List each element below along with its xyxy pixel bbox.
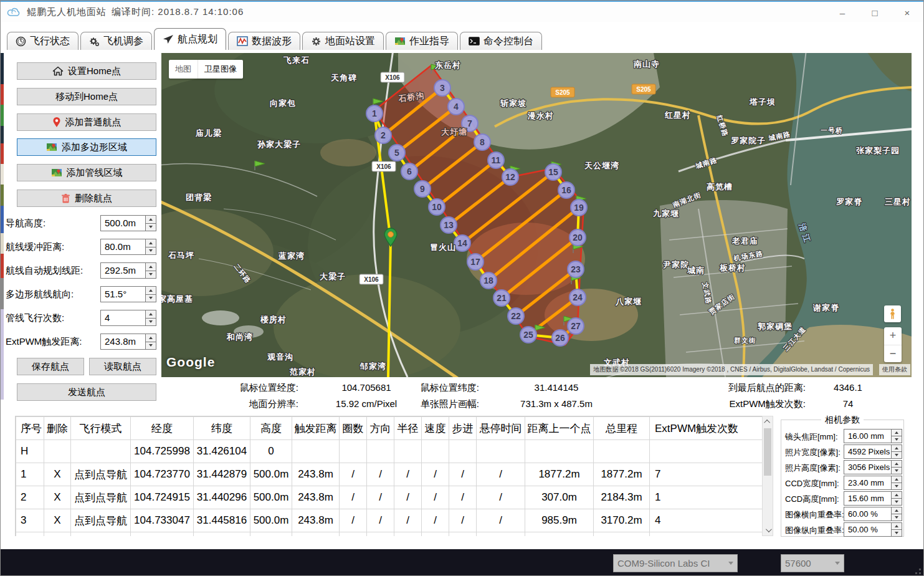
move-to-home-button[interactable]: 移动到Home点 xyxy=(17,88,156,105)
spin-up-button[interactable] xyxy=(146,287,156,294)
read-waypoints-button[interactable]: 读取航点 xyxy=(89,358,156,375)
spin-down-button[interactable] xyxy=(146,294,156,302)
waypoint-marker[interactable]: 2 xyxy=(375,127,391,143)
zoom-in-button[interactable]: + xyxy=(884,327,902,345)
waypoint-marker[interactable]: 1 xyxy=(366,105,383,122)
camera-spinbox-1[interactable]: 4592 Pixels xyxy=(844,444,902,459)
spin-down-button[interactable] xyxy=(892,467,902,474)
baud-rate-select[interactable]: 57600 xyxy=(781,554,844,572)
waypoint-marker[interactable]: 18 xyxy=(480,272,497,289)
com-port-select[interactable]: COM9-Silicon Labs CI xyxy=(613,554,738,572)
set-home-button[interactable]: 设置Home点 xyxy=(17,62,156,80)
tab-flight-status[interactable]: 飞行状态 xyxy=(7,32,79,50)
tab-data-waveform[interactable]: 数据波形 xyxy=(228,32,300,50)
spin-up-button[interactable] xyxy=(146,334,156,342)
spin-up-button[interactable] xyxy=(892,461,902,467)
camera-spinbox-3[interactable]: 23.40 mm xyxy=(844,476,902,490)
spinbox-0[interactable]: 500.0m xyxy=(100,215,156,231)
delete-row-button[interactable]: X xyxy=(44,486,71,509)
spin-up-button[interactable] xyxy=(892,507,902,514)
waypoint-marker[interactable]: 21 xyxy=(493,290,510,306)
waypoint-marker[interactable]: 4 xyxy=(448,98,464,115)
delete-row-button[interactable]: X xyxy=(44,463,71,486)
waypoint-marker[interactable]: 23 xyxy=(568,261,584,277)
spin-up-button[interactable] xyxy=(892,445,902,451)
waypoint-marker[interactable]: 19 xyxy=(571,199,587,216)
waypoint-marker[interactable]: 10 xyxy=(429,199,445,215)
waypoint-marker[interactable]: 15 xyxy=(545,164,561,180)
tab-command-console[interactable]: 命令控制台 xyxy=(460,32,542,50)
spin-down-button[interactable] xyxy=(892,482,902,489)
spin-down-button[interactable] xyxy=(146,318,156,326)
waypoint-marker[interactable]: 20 xyxy=(569,229,586,246)
zoom-out-button[interactable]: − xyxy=(884,345,902,363)
add-pipeline-area-button[interactable]: 添加管线区域 xyxy=(17,164,156,181)
pegman-control[interactable] xyxy=(884,305,901,322)
waypoint-marker[interactable]: 26 xyxy=(552,330,568,346)
spin-down-button[interactable] xyxy=(146,247,156,255)
spin-up-button[interactable] xyxy=(892,476,902,482)
waypoint-marker[interactable]: 27 xyxy=(568,318,584,334)
table-scrollbar[interactable] xyxy=(762,416,773,536)
delete-row-button[interactable]: X xyxy=(44,509,71,532)
waypoint-marker[interactable]: 13 xyxy=(441,217,457,233)
spin-up-button[interactable] xyxy=(146,310,156,318)
spin-up-button[interactable] xyxy=(892,430,902,436)
camera-spinbox-0[interactable]: 16.00 mm xyxy=(844,429,902,443)
terms-of-use-link[interactable]: 使用条款 xyxy=(879,364,910,375)
save-waypoints-button[interactable]: 保存航点 xyxy=(17,358,84,375)
spin-down-button[interactable] xyxy=(146,271,156,279)
add-waypoint-button[interactable]: 添加普通航点 xyxy=(17,113,156,131)
camera-spinbox-5[interactable]: 60.00 % xyxy=(844,507,902,521)
spin-down-button[interactable] xyxy=(146,342,156,350)
spin-up-button[interactable] xyxy=(892,492,902,498)
waypoint-marker[interactable]: 25 xyxy=(520,327,536,343)
waypoint-marker[interactable]: 9 xyxy=(414,181,431,197)
camera-spinbox-6[interactable]: 50.00 % xyxy=(844,522,902,537)
tab-gcs-settings[interactable]: 地面站设置 xyxy=(302,32,384,50)
spin-up-button[interactable] xyxy=(146,239,156,247)
waypoint-marker[interactable]: 5 xyxy=(389,145,405,161)
waypoint-marker[interactable]: 3 xyxy=(434,80,450,96)
waypoint-marker[interactable]: 16 xyxy=(558,182,574,198)
spin-down-button[interactable] xyxy=(892,451,902,458)
camera-spinbox-2[interactable]: 3056 Pixels xyxy=(844,460,902,474)
spin-down-button[interactable] xyxy=(892,498,902,505)
waypoint-marker[interactable]: 6 xyxy=(401,163,417,180)
spin-up-button[interactable] xyxy=(146,216,156,223)
tab-job-guide[interactable]: 作业指导 xyxy=(386,32,458,50)
waypoint-marker[interactable]: 17 xyxy=(467,254,483,270)
spinbox-3[interactable]: 51.5° xyxy=(100,286,156,302)
maximize-button[interactable]: □ xyxy=(859,2,891,23)
resize-grip[interactable] xyxy=(912,565,921,574)
spinbox-4[interactable]: 4 xyxy=(100,310,156,326)
satellite-view-button[interactable]: 卫星图像 xyxy=(198,60,243,79)
scroll-up-button[interactable] xyxy=(763,416,773,427)
tab-waypoint-planning[interactable]: 航点规划 xyxy=(154,28,226,50)
scrollbar-thumb[interactable] xyxy=(764,428,771,476)
map-view-button[interactable]: 地图 xyxy=(169,60,198,79)
spin-down-button[interactable] xyxy=(892,514,902,521)
delete-waypoint-button[interactable]: 删除航点 xyxy=(17,190,156,207)
spinbox-1[interactable]: 80.0m xyxy=(100,239,156,255)
delete-row-button[interactable]: X xyxy=(44,532,71,537)
add-polygon-area-button[interactable]: 添加多边形区域 xyxy=(17,138,156,156)
waypoint-marker[interactable]: 8 xyxy=(474,134,490,150)
spin-up-button[interactable] xyxy=(892,523,902,529)
tab-aircraft-tuning[interactable]: 飞机调参 xyxy=(80,32,152,50)
close-button[interactable]: × xyxy=(891,2,923,23)
map-canvas[interactable]: .lbl{font-family:"Liberation Sans","Deja… xyxy=(161,53,912,377)
waypoint-marker[interactable]: 14 xyxy=(454,235,470,251)
waypoint-marker[interactable]: 11 xyxy=(488,152,504,168)
spin-down-button[interactable] xyxy=(892,529,902,536)
send-waypoints-button[interactable]: 发送航点 xyxy=(17,383,156,401)
minimize-button[interactable]: – xyxy=(826,2,859,23)
spinbox-5[interactable]: 243.8m xyxy=(100,334,156,350)
spin-up-button[interactable] xyxy=(146,263,156,271)
waypoint-marker[interactable]: 24 xyxy=(569,289,586,305)
spinbox-2[interactable]: 292.5m xyxy=(100,262,156,279)
spin-down-button[interactable] xyxy=(892,436,902,443)
spin-down-button[interactable] xyxy=(146,223,156,231)
camera-spinbox-4[interactable]: 15.60 mm xyxy=(844,491,902,506)
scroll-down-button[interactable] xyxy=(763,525,773,535)
